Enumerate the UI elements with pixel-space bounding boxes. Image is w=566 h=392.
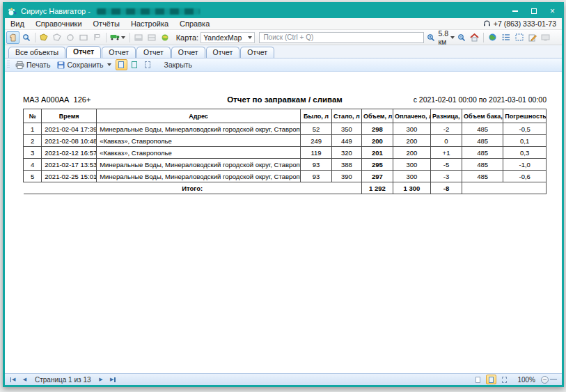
cell: 300: [393, 171, 430, 182]
toolbar-grip: [7, 61, 10, 69]
tab-report-3[interactable]: Отчет: [136, 47, 171, 58]
cell: 388: [332, 159, 362, 171]
vehicle-name: МАЗ А000АА 126+: [23, 95, 227, 104]
toolbar-separator: [35, 33, 36, 42]
minimize-button[interactable]: [505, 4, 524, 18]
selection-frame-button[interactable]: [512, 31, 526, 44]
panel-split-icon: [148, 34, 156, 41]
column-header: Было, л: [301, 109, 332, 123]
first-page-button[interactable]: ◀: [7, 375, 19, 384]
map-select[interactable]: YandexMap: [201, 32, 255, 43]
polygon-edit-icon: [40, 33, 48, 41]
vehicle-button[interactable]: [109, 31, 127, 44]
table-row: 32021-02-12 16:57«Кавказ», Ставрополье11…: [24, 147, 547, 159]
edit-geozone-button[interactable]: [38, 31, 51, 44]
cell: -3: [430, 171, 462, 182]
hand-icon: [9, 33, 17, 42]
total-label: Итого:: [24, 182, 362, 194]
tab-report-5[interactable]: Отчет: [206, 47, 240, 58]
search-input[interactable]: [259, 32, 424, 43]
view-single-page-button[interactable]: [116, 59, 127, 70]
circle-icon: [66, 33, 74, 42]
menu-spravka[interactable]: Справка: [174, 18, 215, 29]
zoom-out-button[interactable]: [455, 31, 468, 44]
object-list-button[interactable]: [499, 31, 512, 44]
column-header: Объем бака, л: [462, 109, 503, 123]
status-view-fit-button[interactable]: [486, 375, 496, 384]
tab-report-2[interactable]: Отчет: [102, 47, 136, 58]
view-fit-page-button[interactable]: [129, 59, 141, 70]
report-table: №ВремяАдресБыло, лСтало, лОбъем, лОплаче…: [23, 109, 547, 194]
tab-report-6[interactable]: Отчет: [240, 47, 274, 58]
status-view-width-button[interactable]: [499, 375, 510, 384]
toolbar-separator: [129, 33, 130, 42]
cell: 119: [301, 147, 332, 159]
cell: 2021-02-17 13:53: [42, 159, 97, 171]
zoom-in-button[interactable]: [424, 31, 437, 44]
main-toolbar: Карта: YandexMap 5.8 км: [5, 30, 562, 45]
page-icon: [475, 377, 480, 383]
map-scale-value[interactable]: 5.8 км: [438, 29, 448, 46]
monitor-button[interactable]: [539, 31, 552, 44]
table-row: 42021-02-17 13:53Минеральные Воды, Минер…: [24, 159, 547, 171]
zoom-slider[interactable]: [550, 379, 557, 380]
close-icon: ×: [550, 6, 555, 16]
polygon-tool-button[interactable]: [51, 31, 64, 44]
tab-all-objects[interactable]: Все объекты: [8, 47, 65, 58]
tab-report-4[interactable]: Отчет: [171, 47, 205, 58]
globe-icon: [488, 33, 497, 42]
cell: 200: [393, 135, 430, 147]
statusbar: ◀ ◀ Страница 1 из 13 ▶ ▶ 100% –: [5, 373, 562, 385]
polygon-icon: [53, 33, 61, 41]
menu-spravochniki[interactable]: Справочники: [30, 18, 88, 29]
total-empty-cell: [462, 182, 547, 194]
map-3d-button[interactable]: [159, 31, 172, 44]
vehicle-icon: [110, 34, 120, 40]
map-select-value: YandexMap: [203, 33, 242, 42]
tab-report-active[interactable]: Отчет: [66, 46, 101, 58]
panel-bottom-button[interactable]: [132, 31, 146, 44]
zoom-tool-button[interactable]: [19, 31, 33, 44]
pan-tool-button[interactable]: [6, 31, 19, 44]
status-view-single-button[interactable]: [473, 375, 483, 384]
next-page-button[interactable]: ▶: [95, 375, 107, 384]
edit-report-button[interactable]: [526, 31, 539, 44]
column-header: №: [24, 109, 42, 123]
home-button[interactable]: [468, 31, 481, 44]
panel-bottom-icon: [134, 34, 143, 41]
support-phone: +7 (863) 333-01-73: [483, 19, 562, 28]
prev-page-button[interactable]: ◀: [19, 375, 31, 384]
cell: 2021-02-04 17:39: [42, 123, 97, 135]
circle-tool-button[interactable]: [64, 31, 77, 44]
magnifier-icon: [22, 33, 31, 42]
menu-vid[interactable]: Вид: [5, 18, 30, 29]
print-button[interactable]: Печать: [12, 59, 54, 71]
view-width-button[interactable]: [142, 59, 154, 70]
save-floppy-icon: [57, 61, 65, 69]
panel-split-button[interactable]: [146, 31, 159, 44]
menu-otchety[interactable]: Отчёты: [88, 18, 125, 29]
cell: 93: [301, 171, 332, 182]
menu-nastroyka[interactable]: Настройка: [125, 18, 174, 29]
geozones-globe-button[interactable]: [486, 31, 499, 44]
save-button[interactable]: Сохранить: [54, 59, 114, 71]
zoom-out-slider-button[interactable]: –: [541, 376, 549, 384]
window-controls: ×: [505, 4, 562, 18]
rectangle-tool-button[interactable]: [77, 31, 91, 44]
last-page-button[interactable]: ▶: [107, 375, 119, 384]
cell: 93: [301, 159, 332, 171]
maximize-button[interactable]: [524, 4, 543, 18]
cell: 200: [361, 135, 393, 147]
statusbar-right: 100% –: [472, 375, 560, 384]
zoom-out-icon: [457, 33, 466, 42]
cell: -0,5: [503, 123, 547, 135]
zoom-level: 100%: [517, 376, 535, 384]
print-label: Печать: [26, 61, 50, 69]
cell: 2: [24, 135, 42, 147]
cell: 320: [332, 147, 362, 159]
map-right-tools: 5.8 км: [424, 29, 562, 46]
route-tool-button[interactable]: [91, 31, 104, 44]
close-report-button[interactable]: Закрыть: [164, 61, 192, 69]
next-page-icon: ▶: [99, 377, 102, 382]
close-button[interactable]: ×: [543, 4, 562, 18]
